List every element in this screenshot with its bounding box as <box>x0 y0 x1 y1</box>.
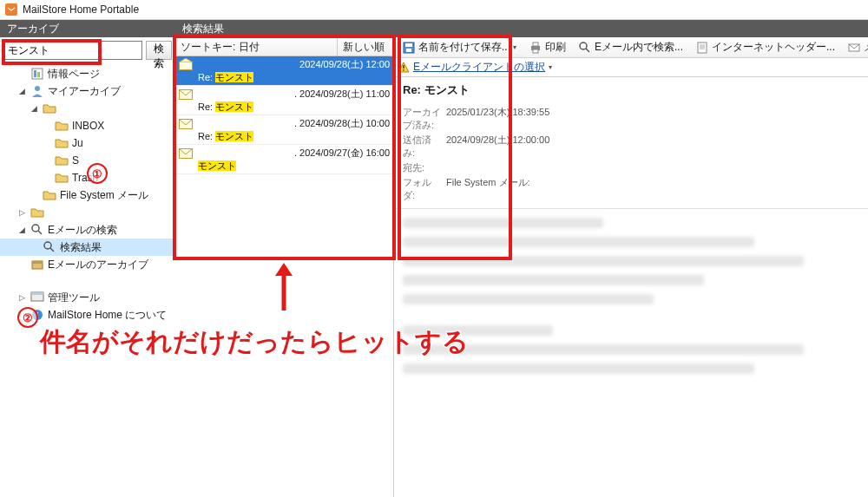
tree-my-archive[interactable]: ◢ マイアーカイブ <box>0 82 175 100</box>
mail-item[interactable]: 2024/09/28(土) 12:00Re: モンスト <box>175 56 393 86</box>
tree-label: Ju <box>72 137 83 149</box>
folder-icon <box>43 188 56 202</box>
print-icon <box>529 41 542 55</box>
spacer <box>30 243 39 252</box>
tree-label: 検索結果 <box>60 240 102 255</box>
document-icon <box>695 41 709 55</box>
app-logo-icon <box>5 3 17 16</box>
svg-rect-3 <box>37 72 40 77</box>
tree-account[interactable]: ◢ <box>0 100 175 117</box>
search-icon <box>578 41 592 55</box>
tree-trash[interactable]: Trash <box>0 169 175 186</box>
tree-start-page[interactable]: 情報ページ <box>0 65 175 82</box>
value-to <box>446 160 555 175</box>
preview-header: Re: モンスト アーカイブ済み:2025/01/23(木) 18:39:55 … <box>394 77 868 209</box>
app-title: MailStore Home Portable <box>23 3 139 16</box>
nav-tree: 情報ページ ◢ マイアーカイブ ◢ INBOX Ju <box>0 63 175 497</box>
label-to: 宛先: <box>403 160 446 175</box>
left-panel: アーカイブ 検索 情報ページ ◢ マイアーカイブ ◢ <box>0 20 175 497</box>
svg-rect-24 <box>533 49 538 53</box>
mail-date: . 2024/09/28(土) 10:00 <box>294 117 390 130</box>
message-button[interactable]: メッセー <box>843 37 868 57</box>
tree-toggle-icon[interactable]: ▷ <box>17 293 27 303</box>
tree-toggle-icon <box>17 69 27 79</box>
tree-toggle-icon[interactable]: ▷ <box>17 208 27 218</box>
svg-rect-33 <box>403 69 404 70</box>
tree-fs-mail[interactable]: File System メール <box>0 186 175 204</box>
mail-date: 2024/09/28(土) 12:00 <box>299 58 390 71</box>
search-input[interactable] <box>3 41 142 60</box>
tree-admin-tools[interactable]: ▷ 管理ツール <box>0 289 175 306</box>
tree-toggle-icon[interactable]: ◢ <box>17 226 27 235</box>
spacer <box>42 173 51 183</box>
tree-label: Trash <box>72 172 98 184</box>
button-label: インターネットヘッダー... <box>712 40 835 55</box>
label-folder: フォルダ: <box>403 175 446 203</box>
label-archived: アーカイブ済み: <box>403 105 446 133</box>
tree-fs-mail-root[interactable]: ▷ <box>0 204 175 221</box>
folder-icon <box>55 171 69 185</box>
mail-subject: Re: モンスト <box>198 72 253 82</box>
folder-icon <box>55 119 69 133</box>
folder-icon <box>55 136 69 150</box>
tree-about[interactable]: i MailStore Home について <box>0 306 175 324</box>
mail-icon <box>179 89 193 100</box>
tree-search-results[interactable]: 検索結果 <box>0 239 175 256</box>
tree-label: 情報ページ <box>48 67 100 82</box>
tree-toggle-icon[interactable]: ◢ <box>30 104 39 114</box>
tree-label: File System メール <box>60 188 148 203</box>
inet-header-button[interactable]: インターネットヘッダー... <box>691 37 839 57</box>
spacer <box>42 156 51 166</box>
chevron-down-icon: ▾ <box>513 43 516 51</box>
search-button[interactable]: 検索 <box>146 41 172 60</box>
mail-icon <box>179 60 193 70</box>
sort-key-cell[interactable]: ソートキー: 日付 <box>175 37 338 56</box>
save-as-button[interactable]: 名前を付けて保存... ▾ <box>398 37 521 57</box>
print-button[interactable]: 印刷 <box>524 37 570 57</box>
result-list-pane: ソートキー: 日付 新しい順 2024/09/28(土) 12:00Re: モン… <box>175 37 394 497</box>
right-panel-header: 検索結果 <box>175 20 868 37</box>
svg-rect-21 <box>406 49 411 52</box>
sort-dir-cell[interactable]: 新しい順 <box>338 37 393 56</box>
mail-icon <box>847 41 861 55</box>
tree-inbox[interactable]: INBOX <box>0 117 175 134</box>
mail-subject: Re: モンスト <box>198 101 253 112</box>
tree-email-archive[interactable]: Eメールのアーカイブ <box>0 256 175 273</box>
save-icon <box>402 41 416 55</box>
preview-toolbar2: Eメールクライアントの選択 ▾ <box>394 58 868 77</box>
button-label: Eメール内で検索... <box>595 40 683 55</box>
mail-item[interactable]: . 2024/09/28(土) 11:00Re: モンスト <box>175 86 393 115</box>
spacer <box>30 191 39 200</box>
spacer <box>17 311 27 320</box>
mail-list: 2024/09/28(土) 12:00Re: モンスト. 2024/09/28(… <box>175 56 393 497</box>
chevron-down-icon: ▾ <box>549 63 552 71</box>
button-label: 名前を付けて保存... <box>418 40 510 55</box>
mail-icon <box>179 148 193 159</box>
tree-label: MailStore Home について <box>48 308 167 323</box>
svg-line-8 <box>50 248 54 252</box>
preview-pane: 名前を付けて保存... ▾ 印刷 Eメール内で検索... インターネットヘッダー… <box>394 37 868 497</box>
svg-rect-0 <box>7 5 16 14</box>
tree-toggle-icon[interactable]: ◢ <box>17 87 27 96</box>
tree-label: マイアーカイブ <box>48 84 121 99</box>
mail-item[interactable]: . 2024/09/27(金) 16:00モンスト <box>175 145 393 174</box>
client-select-link[interactable]: Eメールクライアントの選択 <box>413 60 545 75</box>
button-label: メッセー <box>864 40 868 55</box>
value-archived: 2025/01/23(木) 18:39:55 <box>446 105 555 133</box>
right-panel: 検索結果 ソートキー: 日付 新しい順 2024/09/28(土) 12:00R… <box>175 20 868 497</box>
find-in-email-button[interactable]: Eメール内で検索... <box>574 37 687 57</box>
tree-junk[interactable]: Ju <box>0 134 175 152</box>
search-icon <box>30 223 44 237</box>
svg-text:i: i <box>36 311 39 320</box>
mail-item[interactable]: . 2024/09/28(土) 10:00Re: モンスト <box>175 115 393 145</box>
tree-label: S <box>72 154 79 167</box>
warning-icon <box>398 62 410 74</box>
spacer <box>17 260 27 270</box>
tree-sent[interactable]: S <box>0 152 175 169</box>
mail-subject: Re: モンスト <box>198 131 253 141</box>
svg-rect-23 <box>533 43 538 46</box>
tree-spacer <box>0 273 175 289</box>
label-sent: 送信済み: <box>403 133 446 160</box>
tree-email-search[interactable]: ◢ Eメールの検索 <box>0 221 175 239</box>
folder-icon <box>43 101 56 115</box>
